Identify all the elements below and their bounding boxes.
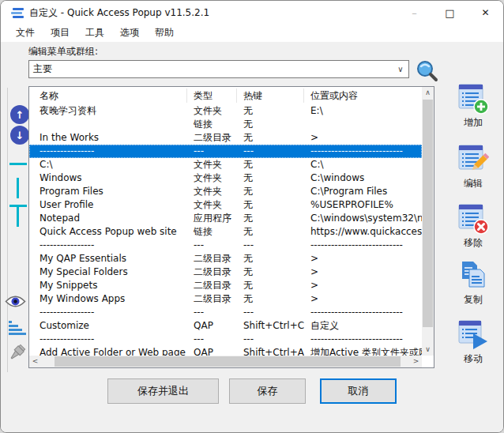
table-cell: My Snippets bbox=[29, 279, 187, 292]
table-cell: 文件夹 bbox=[187, 185, 237, 198]
table-row[interactable]: ----------------------------------------… bbox=[29, 239, 422, 252]
table-row[interactable]: CustomizeQAPShift+Ctrl+C自定义 bbox=[29, 319, 422, 333]
table-row[interactable]: My Windows Apps二级目录无> bbox=[29, 292, 422, 306]
column-header-type[interactable]: 类型 bbox=[187, 88, 237, 103]
chevron-down-icon: ∨ bbox=[393, 65, 408, 73]
t-icon-vertical bbox=[17, 207, 19, 227]
maximize-button[interactable]: □ bbox=[432, 1, 468, 24]
add-button[interactable]: 增加 bbox=[448, 83, 498, 130]
table-cell: > bbox=[304, 252, 422, 265]
table-cell: --- bbox=[237, 239, 304, 252]
table-row[interactable]: Program Files文件夹无C:\Program Files bbox=[29, 185, 422, 198]
table-row[interactable]: ----------------------------------------… bbox=[29, 333, 422, 346]
copy-button[interactable]: 复制 bbox=[448, 260, 498, 307]
table-row[interactable]: Windows文件夹无C:\windows bbox=[29, 171, 422, 185]
table-cell: --------------------------- bbox=[304, 239, 422, 252]
table-cell: 无 bbox=[237, 171, 304, 185]
table-cell: Windows bbox=[29, 171, 187, 185]
table-cell: 无 bbox=[237, 118, 304, 131]
table-cell: 自定义 bbox=[304, 319, 422, 333]
table-cell: 文件夹 bbox=[187, 171, 237, 185]
table-row[interactable]: My Snippets二级目录无> bbox=[29, 279, 422, 292]
move-button[interactable]: 移动 bbox=[448, 319, 498, 366]
column-header-name[interactable]: 名称 bbox=[29, 88, 187, 103]
edit-button[interactable]: 编辑 bbox=[448, 144, 498, 190]
table-cell: E:\ bbox=[304, 104, 422, 118]
table-cell: My Special Folders bbox=[29, 265, 187, 279]
scroll-up-icon[interactable]: ∧ bbox=[422, 87, 434, 99]
table-cell: C:\ bbox=[304, 158, 422, 171]
group-selector-dropdown[interactable]: 主要 ∨ bbox=[28, 60, 409, 78]
remove-button[interactable]: 移除 bbox=[448, 203, 498, 250]
table-cell: 无 bbox=[237, 158, 304, 171]
table-cell: C:\windows\system32\notepad.exe bbox=[304, 212, 422, 225]
table-cell: --- bbox=[187, 306, 237, 319]
titlebar: 自定义 - Quick Access Popup v11.5.2.1 – □ ✕ bbox=[1, 1, 503, 24]
move-down-button[interactable]: ↓ bbox=[10, 126, 29, 145]
table-row[interactable]: Add Active Folder or Web pageQAPShift+Ct… bbox=[29, 346, 422, 356]
cancel-button[interactable]: 取消 bbox=[320, 378, 397, 404]
horizontal-scroll-thumb[interactable] bbox=[55, 356, 401, 367]
add-separator-line-icon[interactable] bbox=[9, 163, 27, 165]
menu-item[interactable]: 项目 bbox=[43, 24, 77, 42]
table-cell: User Profile bbox=[29, 198, 187, 212]
table-cell: 文件夹 bbox=[187, 198, 237, 212]
menu-options[interactable]: 选项 bbox=[112, 24, 147, 42]
minimize-button[interactable]: – bbox=[397, 1, 432, 24]
column-header-location[interactable]: 位置或内容 bbox=[304, 88, 422, 103]
move-up-button[interactable]: ↑ bbox=[10, 105, 29, 124]
menu-file[interactable]: 文件 bbox=[8, 24, 43, 42]
sort-levels-icon[interactable] bbox=[7, 321, 26, 336]
table-row[interactable]: C:\文件夹无C:\ bbox=[29, 158, 422, 171]
scroll-right-icon[interactable]: > bbox=[410, 356, 422, 367]
menu-tools[interactable]: 工具 bbox=[77, 24, 112, 42]
table-cell: 无 bbox=[237, 252, 304, 265]
show-hidden-eye-icon[interactable] bbox=[5, 294, 26, 309]
vertical-scrollbar[interactable]: ∧ ∨ bbox=[422, 87, 434, 356]
table-cell: > bbox=[304, 131, 422, 145]
table-cell: In the Works bbox=[29, 131, 187, 145]
group-selector-value: 主要 bbox=[29, 62, 393, 76]
table-cell: 增加Active 类别文件夹或网页 bbox=[304, 346, 422, 356]
table-cell: QAP bbox=[187, 319, 237, 333]
remove-button-label: 移除 bbox=[448, 236, 498, 250]
table-cell: 无 bbox=[237, 279, 304, 292]
table-row[interactable]: My QAP Essentials二级目录无> bbox=[29, 252, 422, 265]
window-title: 自定义 - Quick Access Popup v11.5.2.1 bbox=[29, 6, 209, 20]
save-and-exit-button[interactable]: 保存并退出 bbox=[107, 378, 219, 404]
menu-help[interactable]: 帮助 bbox=[147, 24, 182, 42]
add-column-break-icon[interactable] bbox=[17, 178, 19, 198]
add-menu-separator-icon[interactable] bbox=[9, 205, 27, 227]
table-row[interactable]: ----------------------------------------… bbox=[29, 145, 422, 158]
search-icon[interactable] bbox=[415, 58, 438, 82]
table-cell: > bbox=[304, 292, 422, 306]
scroll-down-icon[interactable]: ∨ bbox=[422, 344, 434, 356]
table-cell: Shift+Ctrl+C bbox=[237, 319, 304, 333]
column-header-hotkey[interactable]: 热键 bbox=[237, 88, 304, 103]
horizontal-scrollbar[interactable]: < > bbox=[29, 356, 422, 367]
table-row[interactable]: 链接无 bbox=[29, 118, 422, 131]
table-cell bbox=[29, 118, 187, 131]
add-item-icon bbox=[457, 83, 489, 115]
items-table: 名称 类型 热键 位置或内容 夜晚学习资料文件夹无E:\链接无In the Wo… bbox=[28, 86, 434, 368]
table-row[interactable]: Notepad应用程序无C:\windows\system32\notepad.… bbox=[29, 212, 422, 225]
save-button[interactable]: 保存 bbox=[229, 378, 306, 404]
table-row[interactable]: User Profile文件夹无%USERPROFILE% bbox=[29, 198, 422, 212]
scroll-left-icon[interactable]: < bbox=[29, 356, 41, 367]
pin-window-icon[interactable] bbox=[6, 343, 27, 365]
table-row[interactable]: Quick Access Popup web site链接无https://ww… bbox=[29, 225, 422, 239]
table-cell: QAP bbox=[187, 346, 237, 356]
table-cell: ---------------- bbox=[29, 306, 187, 319]
table-cell: 无 bbox=[237, 131, 304, 145]
vertical-scroll-thumb[interactable] bbox=[423, 100, 433, 327]
table-cell: --- bbox=[237, 306, 304, 319]
table-rows: 夜晚学习资料文件夹无E:\链接无In the Works二级目录无>------… bbox=[29, 104, 422, 356]
table-row[interactable]: 夜晚学习资料文件夹无E:\ bbox=[29, 104, 422, 118]
table-cell: 二级目录 bbox=[187, 292, 237, 306]
app-logo-icon bbox=[10, 7, 24, 19]
table-cell: Shift+Ctrl+A bbox=[237, 346, 304, 356]
table-row[interactable]: In the Works二级目录无> bbox=[29, 131, 422, 145]
table-row[interactable]: ----------------------------------------… bbox=[29, 306, 422, 319]
close-button[interactable]: ✕ bbox=[468, 1, 503, 24]
table-row[interactable]: My Special Folders二级目录无> bbox=[29, 265, 422, 279]
